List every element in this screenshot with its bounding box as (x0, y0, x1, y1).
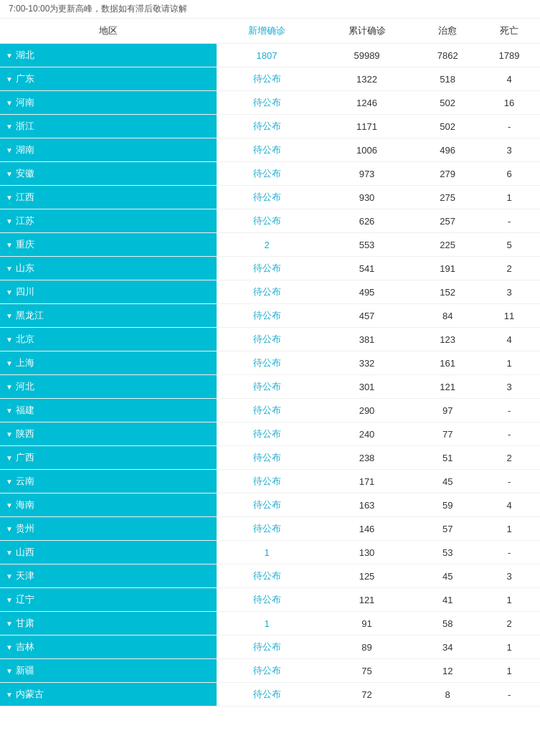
data-table: 地区 新增确诊 累计确诊 治愈 死亡 ▼湖北18075998978621789▼… (0, 19, 540, 707)
expand-arrow[interactable]: ▼ (6, 643, 13, 651)
total-cases-cell: 1246 (317, 91, 417, 115)
deaths-cell: 1 (478, 635, 540, 659)
expand-arrow[interactable]: ▼ (6, 596, 13, 604)
header-new-cases: 新增确诊 (217, 19, 317, 44)
expand-arrow[interactable]: ▼ (6, 241, 13, 249)
deaths-cell: 2 (478, 446, 540, 470)
table-row: ▼重庆25532255 (0, 233, 540, 257)
recovered-cell: 191 (417, 257, 478, 280)
new-cases-cell: 待公布 (217, 446, 317, 470)
deaths-cell: 4 (478, 493, 540, 517)
region-cell: ▼内蒙古 (0, 683, 217, 707)
deaths-cell: 1 (478, 659, 540, 683)
table-row: ▼山东待公布5411912 (0, 257, 540, 280)
expand-arrow[interactable]: ▼ (6, 288, 13, 296)
total-cases-cell: 553 (317, 233, 417, 257)
deaths-cell: 1 (478, 588, 540, 612)
new-cases-cell: 待公布 (217, 493, 317, 517)
region-cell: ▼海南 (0, 493, 217, 517)
expand-arrow[interactable]: ▼ (6, 75, 13, 83)
table-row: ▼福建待公布29097- (0, 399, 540, 422)
table-row: ▼新疆待公布75121 (0, 659, 540, 683)
table-row: ▼四川待公布4951523 (0, 280, 540, 304)
expand-arrow[interactable]: ▼ (6, 691, 13, 699)
deaths-cell: 1 (478, 351, 540, 375)
table-row: ▼内蒙古待公布728- (0, 683, 540, 707)
expand-arrow[interactable]: ▼ (6, 430, 13, 438)
recovered-cell: 34 (417, 635, 478, 659)
expand-arrow[interactable]: ▼ (6, 549, 13, 557)
expand-arrow[interactable]: ▼ (6, 265, 13, 273)
region-cell: ▼新疆 (0, 659, 217, 683)
expand-arrow[interactable]: ▼ (6, 478, 13, 486)
table-row: ▼山西113053- (0, 541, 540, 564)
recovered-cell: 12 (417, 659, 478, 683)
expand-arrow[interactable]: ▼ (6, 170, 13, 178)
deaths-cell: 4 (478, 328, 540, 351)
expand-arrow[interactable]: ▼ (6, 99, 13, 107)
new-cases-cell: 待公布 (217, 257, 317, 280)
expand-arrow[interactable]: ▼ (6, 407, 13, 415)
notice-text: 7:00-10:00为更新高峰，数据如有滞后敬请谅解 (9, 4, 187, 14)
table-row: ▼河南待公布124650216 (0, 91, 540, 115)
deaths-cell: 1 (478, 186, 540, 209)
deaths-cell: 3 (478, 375, 540, 399)
expand-arrow[interactable]: ▼ (6, 501, 13, 509)
expand-arrow[interactable]: ▼ (6, 525, 13, 533)
new-cases-cell: 待公布 (217, 375, 317, 399)
new-cases-cell: 待公布 (217, 67, 317, 91)
table-row: ▼云南待公布17145- (0, 470, 540, 493)
expand-arrow[interactable]: ▼ (6, 123, 13, 131)
deaths-cell: 4 (478, 67, 540, 91)
recovered-cell: 518 (417, 67, 478, 91)
table-row: ▼甘肃191582 (0, 612, 540, 635)
recovered-cell: 152 (417, 280, 478, 304)
region-cell: ▼湖北 (0, 44, 217, 67)
deaths-cell: 3 (478, 564, 540, 588)
deaths-cell: - (478, 115, 540, 138)
notice-bar: 7:00-10:00为更新高峰，数据如有滞后敬请谅解 (0, 0, 540, 19)
expand-arrow[interactable]: ▼ (6, 336, 13, 344)
new-cases-cell: 待公布 (217, 304, 317, 328)
new-cases-cell: 待公布 (217, 635, 317, 659)
table-row: ▼吉林待公布89341 (0, 635, 540, 659)
expand-arrow[interactable]: ▼ (6, 359, 13, 367)
expand-arrow[interactable]: ▼ (6, 217, 13, 225)
expand-arrow[interactable]: ▼ (6, 146, 13, 154)
expand-arrow[interactable]: ▼ (6, 572, 13, 580)
expand-arrow[interactable]: ▼ (6, 383, 13, 391)
table-row: ▼贵州待公布146571 (0, 517, 540, 541)
recovered-cell: 41 (417, 588, 478, 612)
expand-arrow[interactable]: ▼ (6, 620, 13, 628)
expand-arrow[interactable]: ▼ (6, 312, 13, 320)
expand-arrow[interactable]: ▼ (6, 194, 13, 202)
deaths-cell: 11 (478, 304, 540, 328)
region-cell: ▼山东 (0, 257, 217, 280)
new-cases-cell: 待公布 (217, 328, 317, 351)
region-cell: ▼天津 (0, 564, 217, 588)
recovered-cell: 59 (417, 493, 478, 517)
deaths-cell: - (478, 541, 540, 564)
new-cases-cell: 待公布 (217, 91, 317, 115)
recovered-cell: 45 (417, 564, 478, 588)
total-cases-cell: 626 (317, 209, 417, 233)
deaths-cell: 3 (478, 280, 540, 304)
total-cases-cell: 121 (317, 588, 417, 612)
new-cases-cell: 待公布 (217, 115, 317, 138)
deaths-cell: 6 (478, 162, 540, 186)
deaths-cell: 1789 (478, 44, 540, 67)
table-row: ▼广西待公布238512 (0, 446, 540, 470)
expand-arrow[interactable]: ▼ (6, 454, 13, 462)
new-cases-cell: 待公布 (217, 138, 317, 162)
total-cases-cell: 171 (317, 470, 417, 493)
total-cases-cell: 125 (317, 564, 417, 588)
expand-arrow[interactable]: ▼ (6, 667, 13, 675)
region-cell: ▼上海 (0, 351, 217, 375)
new-cases-cell: 待公布 (217, 683, 317, 707)
region-cell: ▼安徽 (0, 162, 217, 186)
total-cases-cell: 301 (317, 375, 417, 399)
expand-arrow[interactable]: ▼ (6, 52, 13, 60)
total-cases-cell: 1006 (317, 138, 417, 162)
recovered-cell: 502 (417, 115, 478, 138)
new-cases-cell: 待公布 (217, 659, 317, 683)
